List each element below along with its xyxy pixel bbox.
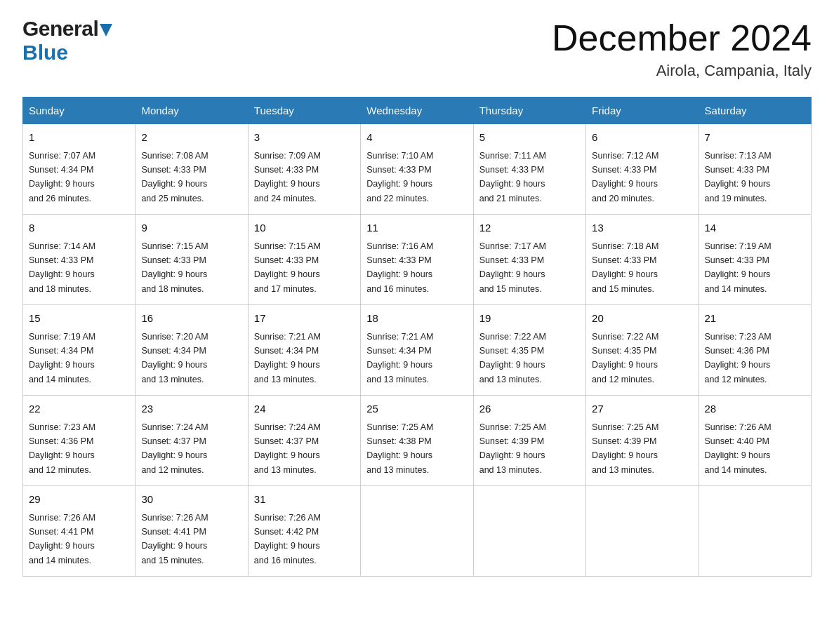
day-number: 18 [366, 311, 467, 327]
calendar-cell: 1 Sunrise: 7:07 AMSunset: 4:34 PMDayligh… [23, 124, 135, 215]
day-number: 5 [479, 130, 580, 146]
calendar-cell: 7 Sunrise: 7:13 AMSunset: 4:33 PMDayligh… [699, 124, 811, 215]
day-number: 8 [29, 220, 129, 236]
calendar-cell: 15 Sunrise: 7:19 AMSunset: 4:34 PMDaylig… [23, 305, 135, 396]
calendar-cell: 4 Sunrise: 7:10 AMSunset: 4:33 PMDayligh… [361, 124, 473, 215]
calendar-cell: 25 Sunrise: 7:25 AMSunset: 4:38 PMDaylig… [361, 396, 473, 486]
day-number: 23 [141, 401, 241, 417]
calendar-week-row: 8 Sunrise: 7:14 AMSunset: 4:33 PMDayligh… [23, 215, 812, 305]
calendar-cell: 11 Sunrise: 7:16 AMSunset: 4:33 PMDaylig… [361, 215, 473, 305]
day-number: 6 [592, 130, 692, 146]
calendar-cell: 12 Sunrise: 7:17 AMSunset: 4:33 PMDaylig… [473, 215, 585, 305]
col-header-saturday: Saturday [699, 98, 811, 124]
calendar-cell [361, 486, 473, 577]
day-number: 31 [254, 492, 355, 508]
calendar-cell: 9 Sunrise: 7:15 AMSunset: 4:33 PMDayligh… [135, 215, 248, 305]
day-info: Sunrise: 7:26 AMSunset: 4:41 PMDaylight:… [141, 513, 208, 565]
day-info: Sunrise: 7:19 AMSunset: 4:33 PMDaylight:… [705, 241, 772, 294]
calendar-cell: 8 Sunrise: 7:14 AMSunset: 4:33 PMDayligh… [23, 215, 135, 305]
day-number: 10 [254, 220, 355, 236]
day-number: 27 [592, 401, 692, 417]
day-info: Sunrise: 7:26 AMSunset: 4:41 PMDaylight:… [29, 513, 95, 565]
calendar-cell: 28 Sunrise: 7:26 AMSunset: 4:40 PMDaylig… [699, 396, 811, 486]
calendar-week-row: 1 Sunrise: 7:07 AMSunset: 4:34 PMDayligh… [23, 124, 812, 215]
col-header-tuesday: Tuesday [248, 98, 360, 124]
day-info: Sunrise: 7:26 AMSunset: 4:42 PMDaylight:… [254, 513, 321, 565]
calendar-table: SundayMondayTuesdayWednesdayThursdayFrid… [22, 97, 812, 577]
col-header-thursday: Thursday [473, 98, 585, 124]
day-number: 29 [29, 492, 129, 508]
day-number: 12 [479, 220, 580, 236]
day-number: 30 [141, 492, 241, 508]
day-number: 3 [254, 130, 355, 146]
calendar-cell: 26 Sunrise: 7:25 AMSunset: 4:39 PMDaylig… [473, 396, 585, 486]
day-info: Sunrise: 7:24 AMSunset: 4:37 PMDaylight:… [254, 422, 321, 475]
calendar-cell [473, 486, 585, 577]
calendar-cell: 13 Sunrise: 7:18 AMSunset: 4:33 PMDaylig… [586, 215, 699, 305]
day-info: Sunrise: 7:20 AMSunset: 4:34 PMDaylight:… [141, 332, 208, 384]
day-number: 7 [705, 130, 805, 146]
calendar-cell: 27 Sunrise: 7:25 AMSunset: 4:39 PMDaylig… [586, 396, 699, 486]
day-number: 25 [366, 401, 467, 417]
day-number: 21 [705, 311, 805, 327]
day-number: 16 [141, 311, 241, 327]
page-header: General Blue December 2024 Airola, Campa… [22, 17, 812, 80]
calendar-cell: 22 Sunrise: 7:23 AMSunset: 4:36 PMDaylig… [23, 396, 135, 486]
day-info: Sunrise: 7:15 AMSunset: 4:33 PMDaylight:… [254, 241, 321, 294]
day-info: Sunrise: 7:24 AMSunset: 4:37 PMDaylight:… [141, 422, 208, 475]
day-number: 19 [479, 311, 580, 327]
day-info: Sunrise: 7:25 AMSunset: 4:39 PMDaylight:… [592, 422, 658, 475]
day-info: Sunrise: 7:16 AMSunset: 4:33 PMDaylight:… [366, 241, 433, 294]
calendar-cell: 14 Sunrise: 7:19 AMSunset: 4:33 PMDaylig… [699, 215, 811, 305]
day-info: Sunrise: 7:22 AMSunset: 4:35 PMDaylight:… [592, 332, 658, 384]
day-number: 4 [366, 130, 467, 146]
day-number: 22 [29, 401, 129, 417]
day-info: Sunrise: 7:15 AMSunset: 4:33 PMDaylight:… [141, 241, 208, 294]
logo-arrow-icon [100, 20, 112, 38]
day-number: 15 [29, 311, 129, 327]
location-subtitle: Airola, Campania, Italy [552, 62, 812, 80]
calendar-cell: 24 Sunrise: 7:24 AMSunset: 4:37 PMDaylig… [248, 396, 360, 486]
calendar-cell: 3 Sunrise: 7:09 AMSunset: 4:33 PMDayligh… [248, 124, 360, 215]
day-info: Sunrise: 7:21 AMSunset: 4:34 PMDaylight:… [254, 332, 321, 384]
col-header-friday: Friday [586, 98, 699, 124]
day-number: 26 [479, 401, 580, 417]
calendar-cell: 18 Sunrise: 7:21 AMSunset: 4:34 PMDaylig… [361, 305, 473, 396]
calendar-cell [699, 486, 811, 577]
calendar-cell: 17 Sunrise: 7:21 AMSunset: 4:34 PMDaylig… [248, 305, 360, 396]
day-number: 24 [254, 401, 355, 417]
day-info: Sunrise: 7:10 AMSunset: 4:33 PMDaylight:… [366, 151, 433, 203]
logo-blue-text: Blue [22, 41, 68, 65]
logo: General Blue [22, 17, 112, 65]
calendar-cell: 16 Sunrise: 7:20 AMSunset: 4:34 PMDaylig… [135, 305, 248, 396]
day-info: Sunrise: 7:22 AMSunset: 4:35 PMDaylight:… [479, 332, 546, 384]
calendar-cell: 21 Sunrise: 7:23 AMSunset: 4:36 PMDaylig… [699, 305, 811, 396]
month-year-title: December 2024 [552, 17, 812, 59]
calendar-cell: 10 Sunrise: 7:15 AMSunset: 4:33 PMDaylig… [248, 215, 360, 305]
day-number: 14 [705, 220, 805, 236]
day-number: 1 [29, 130, 129, 146]
day-number: 11 [366, 220, 467, 236]
col-header-sunday: Sunday [23, 98, 135, 124]
calendar-header-row: SundayMondayTuesdayWednesdayThursdayFrid… [23, 98, 812, 124]
calendar-cell: 31 Sunrise: 7:26 AMSunset: 4:42 PMDaylig… [248, 486, 360, 577]
day-info: Sunrise: 7:09 AMSunset: 4:33 PMDaylight:… [254, 151, 321, 203]
col-header-monday: Monday [135, 98, 248, 124]
calendar-cell: 6 Sunrise: 7:12 AMSunset: 4:33 PMDayligh… [586, 124, 699, 215]
logo-general-text: General [22, 17, 98, 41]
calendar-cell: 2 Sunrise: 7:08 AMSunset: 4:33 PMDayligh… [135, 124, 248, 215]
day-info: Sunrise: 7:12 AMSunset: 4:33 PMDaylight:… [592, 151, 658, 203]
calendar-cell: 30 Sunrise: 7:26 AMSunset: 4:41 PMDaylig… [135, 486, 248, 577]
title-area: December 2024 Airola, Campania, Italy [552, 17, 812, 80]
calendar-week-row: 15 Sunrise: 7:19 AMSunset: 4:34 PMDaylig… [23, 305, 812, 396]
day-info: Sunrise: 7:08 AMSunset: 4:33 PMDaylight:… [141, 151, 208, 203]
day-info: Sunrise: 7:14 AMSunset: 4:33 PMDaylight:… [29, 241, 95, 294]
day-info: Sunrise: 7:23 AMSunset: 4:36 PMDaylight:… [29, 422, 95, 475]
day-number: 17 [254, 311, 355, 327]
day-number: 28 [705, 401, 805, 417]
day-number: 9 [141, 220, 241, 236]
calendar-week-row: 29 Sunrise: 7:26 AMSunset: 4:41 PMDaylig… [23, 486, 812, 577]
day-info: Sunrise: 7:18 AMSunset: 4:33 PMDaylight:… [592, 241, 658, 294]
day-info: Sunrise: 7:17 AMSunset: 4:33 PMDaylight:… [479, 241, 546, 294]
day-info: Sunrise: 7:13 AMSunset: 4:33 PMDaylight:… [705, 151, 772, 203]
